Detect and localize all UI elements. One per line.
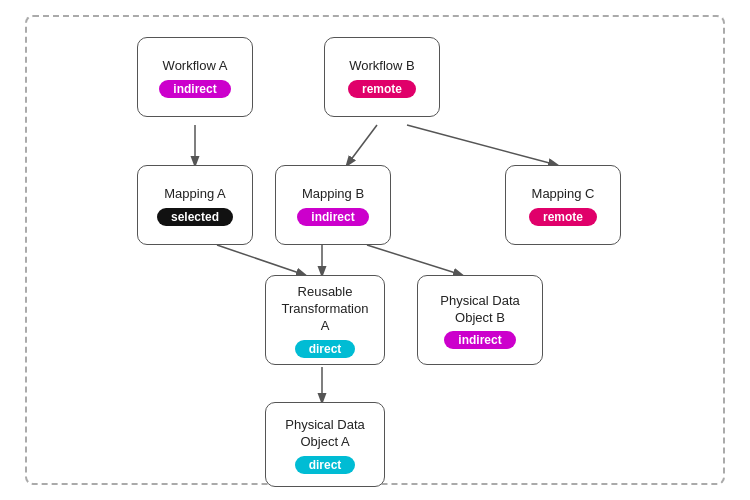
svg-line-2 [407,125,557,165]
workflow-a-badge: indirect [159,80,230,98]
mapping-a-badge: selected [157,208,233,226]
mapping-b-badge: indirect [297,208,368,226]
reusable-trans-a-label: Reusable Transformation A [276,284,374,335]
mapping-c-label: Mapping C [532,186,595,203]
reusable-trans-a-node: Reusable Transformation A direct [265,275,385,365]
phys-data-obj-a-node: Physical Data Object A direct [265,402,385,487]
phys-data-obj-b-node: Physical Data Object B indirect [417,275,543,365]
workflow-b-label: Workflow B [349,58,415,75]
svg-line-1 [347,125,377,165]
mapping-a-label: Mapping A [164,186,225,203]
mapping-c-node: Mapping C remote [505,165,621,245]
phys-data-obj-b-badge: indirect [444,331,515,349]
diagram-container: Workflow A indirect Workflow B remote Ma… [25,15,725,485]
workflow-b-badge: remote [348,80,416,98]
phys-data-obj-a-badge: direct [295,456,356,474]
mapping-a-node: Mapping A selected [137,165,253,245]
mapping-c-badge: remote [529,208,597,226]
mapping-b-node: Mapping B indirect [275,165,391,245]
phys-data-obj-a-label: Physical Data Object A [276,417,374,451]
workflow-b-node: Workflow B remote [324,37,440,117]
workflow-a-label: Workflow A [163,58,228,75]
phys-data-obj-b-label: Physical Data Object B [428,293,532,327]
reusable-trans-a-badge: direct [295,340,356,358]
mapping-b-label: Mapping B [302,186,364,203]
svg-line-5 [367,245,462,275]
workflow-a-node: Workflow A indirect [137,37,253,117]
svg-line-3 [217,245,305,275]
